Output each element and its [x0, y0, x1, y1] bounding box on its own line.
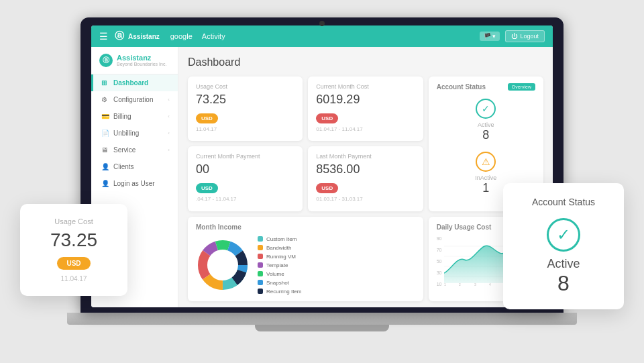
flag-button[interactable]: 🏴 ▾: [480, 32, 500, 41]
y-label-30: 30: [437, 270, 442, 275]
laptop-stand: [255, 325, 389, 331]
svg-text:4: 4: [489, 282, 491, 287]
sidebar-item-login-as-user[interactable]: 👤 Login as User: [91, 175, 178, 192]
billing-arrow: ‹: [168, 113, 170, 119]
floating-account-title: Account Status: [522, 197, 605, 207]
last-month-payment-label: Last Month Payment: [316, 153, 415, 160]
active-status-label: Active: [478, 121, 494, 128]
logout-icon: ⏻: [511, 33, 517, 40]
charts-grid: Month Income: [188, 217, 543, 301]
active-status-count: 8: [482, 128, 489, 142]
topbar: ☰ ⓐ Assistanz google Activity 🏴 ▾ ⏻ Logo…: [91, 25, 553, 47]
legend-label-bandwidth: Bandwidth: [266, 245, 291, 251]
y-label-70: 70: [437, 248, 442, 252]
unbilling-icon: 📄: [101, 129, 109, 137]
laptop-screen-frame: ☰ ⓐ Assistanz google Activity 🏴 ▾ ⏻ Logo…: [80, 17, 564, 313]
y-axis: 90 70 50 30 10: [437, 236, 443, 287]
sidebar-item-billing[interactable]: 💳 Billing ‹: [91, 108, 178, 125]
y-label-50: 50: [437, 259, 442, 264]
topbar-right: 🏴 ▾ ⏻ Logout: [480, 30, 545, 42]
sidebar-item-dashboard-label: Dashboard: [113, 79, 148, 87]
account-status-header: Account Status Overview: [437, 83, 535, 91]
usage-cost-label: Usage Cost: [196, 83, 294, 90]
legend-label-custom: Custom Item: [266, 236, 297, 242]
legend-label-template: Template: [266, 262, 288, 268]
usage-cost-date: 11.04.17: [196, 126, 294, 132]
stats-grid: Usage Cost 73.25 USD 11.04.17 Current Mo…: [188, 76, 543, 211]
chart-legend: Custom Item Bandwidth Running VM: [258, 236, 415, 295]
service-arrow: ‹: [168, 147, 170, 153]
dashboard-icon: ⊞: [101, 79, 109, 87]
inactive-status-label: InActive: [475, 174, 496, 181]
svg-text:1: 1: [444, 282, 446, 287]
topbar-brand: ⓐ Assistanz: [115, 30, 160, 42]
sidebar-item-configuration[interactable]: ⚙ Configuration ‹: [91, 91, 178, 108]
active-status-item: ✓ Active 8: [437, 99, 535, 142]
svg-text:2: 2: [459, 282, 461, 287]
laptop-base: [67, 313, 577, 325]
y-label-90: 90: [437, 236, 442, 241]
topbar-nav-google[interactable]: google: [170, 32, 193, 40]
legend-item-template: Template: [258, 262, 415, 268]
sidebar-item-dashboard[interactable]: ⊞ Dashboard: [91, 74, 178, 91]
y-label-10: 10: [437, 282, 442, 287]
sidebar-logo: ⓐ Assistanz Beyond Boundaries Inc.: [91, 47, 178, 74]
laptop-screen: ☰ ⓐ Assistanz google Activity 🏴 ▾ ⏻ Logo…: [91, 25, 553, 307]
legend-item-running-vm: Running VM: [258, 254, 415, 260]
sidebar-logo-icon: ⓐ: [99, 54, 113, 67]
floating-usage-card: Usage Cost 73.25 USD 11.04.17: [20, 204, 127, 296]
last-month-payment-badge: USD: [316, 183, 338, 193]
legend-label-snapshot: Snapshot: [266, 280, 289, 286]
sidebar-item-clients[interactable]: 👤 Clients: [91, 158, 178, 175]
logout-button[interactable]: ⏻ Logout: [505, 30, 545, 42]
month-income-title: Month Income: [196, 223, 415, 231]
floating-usage-badge: USD: [57, 257, 90, 270]
sidebar-logo-sub: Beyond Boundaries Inc.: [117, 62, 166, 66]
svg-point-7: [208, 250, 237, 280]
last-month-payment-value: 8536.00: [316, 162, 415, 176]
overview-button[interactable]: Overview: [508, 83, 535, 91]
clients-icon: 👤: [101, 163, 109, 170]
sidebar-item-service-label: Service: [113, 146, 136, 154]
current-month-cost-badge: USD: [316, 113, 338, 123]
configuration-icon: ⚙: [101, 96, 109, 103]
service-icon: 🖥: [101, 146, 109, 154]
current-month-cost-date: 01.04.17 - 11.04.17: [316, 126, 415, 132]
billing-icon: 💳: [101, 113, 109, 120]
sidebar-item-login-as-user-label: Login as User: [113, 180, 155, 187]
sidebar-item-configuration-label: Configuration: [113, 96, 153, 103]
hamburger-icon[interactable]: ☰: [99, 31, 108, 42]
page-title: Dashboard: [188, 56, 543, 68]
floating-account-card: Account Status ✓ Active 8: [503, 183, 624, 309]
current-month-payment-card: Current Month Payment 00 USD .04.17 - 11…: [188, 146, 303, 211]
floating-active-label: Active: [522, 257, 605, 271]
sidebar-logo-text-wrapper: Assistanz Beyond Boundaries Inc.: [117, 54, 166, 66]
current-month-payment-date: .04.17 - 11.04.17: [196, 196, 294, 202]
active-check-icon: ✓: [476, 99, 496, 119]
logout-label: Logout: [520, 33, 539, 40]
floating-usage-date: 11.04.17: [36, 275, 111, 282]
legend-dot-custom: [258, 236, 263, 242]
legend-item-snapshot: Snapshot: [258, 280, 415, 286]
topbar-nav-activity[interactable]: Activity: [202, 32, 225, 40]
sidebar-item-unbilling[interactable]: 📄 Unbilling ‹: [91, 125, 178, 142]
floating-usage-value: 73.25: [36, 229, 111, 251]
content-area: Dashboard Usage Cost 73.25 USD 11.04.17 …: [178, 47, 553, 307]
topbar-nav: google Activity: [170, 32, 480, 40]
floating-status-icon: ✓: [547, 218, 580, 252]
current-month-cost-card: Current Month Cost 6019.29 USD 01.04.17 …: [308, 76, 423, 142]
current-month-payment-value: 00: [196, 162, 294, 176]
current-month-cost-label: Current Month Cost: [316, 83, 415, 90]
legend-item-custom: Custom Item: [258, 236, 415, 242]
month-income-card: Month Income: [188, 217, 423, 301]
unbilling-arrow: ‹: [168, 130, 170, 136]
configuration-arrow: ‹: [168, 97, 170, 103]
usage-cost-badge: USD: [196, 113, 218, 123]
current-month-payment-label: Current Month Payment: [196, 153, 294, 160]
floating-usage-label: Usage Cost: [36, 217, 111, 225]
sidebar-item-service[interactable]: 🖥 Service ‹: [91, 142, 178, 158]
legend-label-running-vm: Running VM: [266, 254, 296, 260]
sidebar-item-billing-label: Billing: [113, 113, 131, 120]
donut-svg: [196, 238, 250, 292]
usage-cost-card: Usage Cost 73.25 USD 11.04.17: [188, 76, 303, 142]
